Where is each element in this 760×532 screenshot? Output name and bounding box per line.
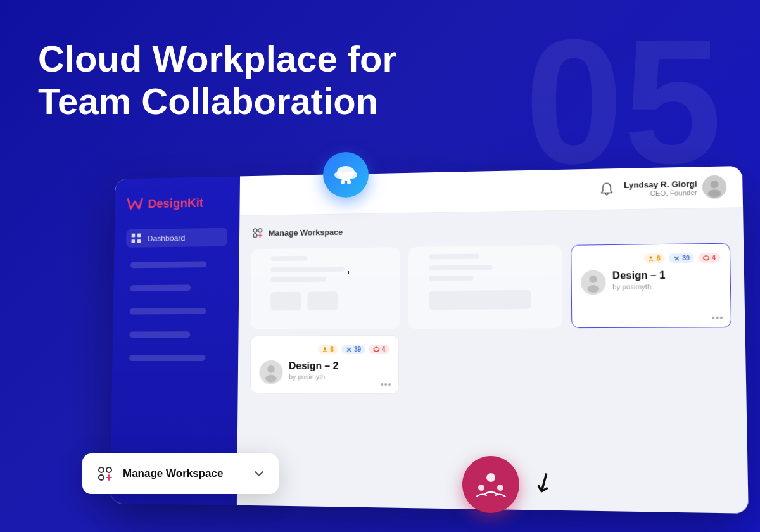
svg-point-9 [99, 467, 104, 472]
bell-icon[interactable] [600, 182, 614, 196]
svg-point-19 [253, 229, 257, 232]
svg-point-7 [478, 484, 484, 491]
user-info: Lyndsay R. Giorgi CEO, Founder [624, 179, 697, 197]
cloud-floating-icon [323, 152, 369, 198]
dot3-d2 [388, 383, 391, 386]
card-sub-design2: by posimyth [289, 373, 390, 381]
card-badges-design2: 8 39 4 [260, 345, 390, 354]
user-name: Lyndsay R. Giorgi [624, 179, 697, 189]
manage-workspace-icon [95, 464, 115, 484]
card-menu-design1[interactable] [712, 317, 723, 319]
svg-rect-15 [137, 239, 141, 243]
svg-point-37 [324, 347, 326, 350]
cards-grid: 8 39 4 [251, 243, 732, 329]
svg-point-20 [258, 229, 262, 232]
card-body-design1: Design – 1 by posimyth [581, 269, 721, 295]
team-floating-icon [462, 456, 519, 513]
hero-section: Cloud Workplace forTeam Collaboration [38, 38, 396, 122]
dot1 [712, 317, 714, 319]
svg-rect-29 [429, 254, 479, 260]
badge-shield: 4 [699, 253, 721, 263]
card-avatar-design2 [259, 360, 282, 384]
card-placeholder-2 [408, 245, 563, 329]
svg-point-11 [99, 475, 104, 480]
badge-scissors-d2: 39 [341, 345, 365, 354]
badge-users: 8 [643, 253, 665, 263]
workspace-card-design1[interactable]: 8 39 4 [571, 243, 732, 329]
sidebar-placeholder-4 [129, 331, 190, 338]
svg-point-21 [253, 234, 257, 238]
logo-text: DesignKit [148, 196, 203, 211]
svg-rect-31 [429, 276, 473, 281]
card-info-design2: Design – 2 by posimyth [289, 360, 390, 381]
card-menu-design2[interactable] [381, 383, 391, 386]
svg-point-40 [265, 375, 277, 383]
card-title-design1: Design – 1 [612, 269, 721, 282]
dot2 [716, 317, 718, 319]
logo-kit: Kit [187, 196, 203, 210]
sidebar-placeholder-5 [129, 355, 206, 361]
manage-workspace-left: Manage Workspace [95, 464, 223, 484]
svg-point-35 [590, 276, 598, 283]
grid-icon [131, 233, 142, 244]
svg-point-6 [486, 473, 495, 482]
svg-rect-32 [429, 290, 531, 310]
svg-point-5 [347, 180, 351, 184]
badge-users-d2: 8 [318, 345, 338, 354]
svg-rect-13 [137, 234, 141, 238]
card-info-design1: Design – 1 by posimyth [612, 269, 721, 291]
logo-icon [127, 196, 143, 211]
card-avatar-design1 [581, 270, 606, 295]
sidebar-placeholder-1 [130, 261, 206, 268]
header-user: Lyndsay R. Giorgi CEO, Founder [624, 175, 726, 200]
dot1-d2 [381, 383, 383, 386]
cards-row2: 8 39 4 [250, 334, 733, 395]
svg-rect-12 [132, 234, 136, 238]
workspace-card-design2[interactable]: 8 39 4 [250, 335, 399, 394]
card-body-design2: Design – 2 by posimyth [259, 360, 390, 384]
sidebar-item-dashboard[interactable]: Dashboard [126, 228, 227, 248]
content-manage-label: Manage Workspace [269, 227, 343, 237]
user-role: CEO, Founder [624, 188, 697, 197]
svg-rect-30 [429, 265, 492, 270]
sidebar-logo: DesignKit [127, 195, 228, 212]
badge-shield-d2: 4 [369, 345, 390, 354]
manage-workspace-bar[interactable]: Manage Workspace [82, 453, 279, 494]
manage-workspace-label: Manage Workspace [123, 467, 223, 480]
dot3 [720, 317, 723, 319]
svg-rect-23 [271, 256, 308, 261]
card-badges-design1: 8 39 4 [581, 253, 720, 264]
watermark: 05 [525, 13, 722, 190]
chevron-down-icon [252, 467, 266, 481]
svg-rect-25 [271, 277, 326, 282]
card-placeholder-1 [251, 247, 400, 329]
svg-point-4 [341, 180, 345, 184]
card-title-design2: Design – 2 [289, 360, 390, 372]
svg-point-39 [267, 365, 275, 373]
card-sub-design1: by posimyth [612, 282, 721, 291]
svg-rect-27 [307, 291, 338, 310]
logo-design: Design [148, 196, 187, 210]
content-manage-icon [251, 227, 263, 239]
dashboard-label: Dashboard [148, 233, 186, 243]
svg-point-33 [649, 256, 652, 258]
sidebar-placeholder-2 [130, 284, 191, 291]
user-avatar [702, 175, 727, 199]
svg-rect-26 [270, 292, 301, 311]
svg-rect-14 [132, 239, 136, 243]
svg-point-3 [339, 172, 353, 180]
svg-point-8 [497, 484, 504, 491]
content-manage-row[interactable]: Manage Workspace [251, 220, 730, 239]
hero-title: Cloud Workplace forTeam Collaboration [38, 38, 396, 122]
dot2-d2 [384, 383, 387, 386]
svg-rect-24 [271, 267, 345, 272]
badge-scissors: 39 [669, 253, 694, 263]
spacer [408, 334, 733, 395]
svg-point-10 [106, 467, 111, 472]
sidebar-placeholder-3 [130, 308, 206, 314]
